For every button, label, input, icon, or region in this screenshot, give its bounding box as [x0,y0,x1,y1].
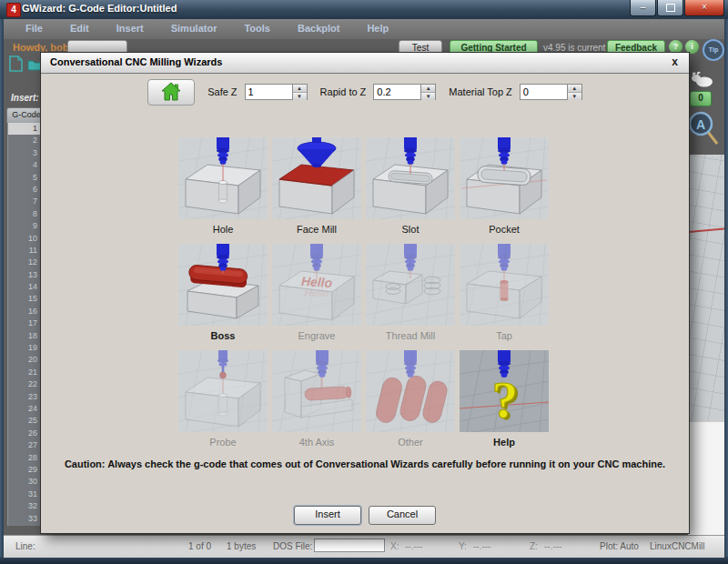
window-border-right [724,19,728,557]
menu-help[interactable]: Help [367,19,389,34]
x-value: --.--- [405,541,422,551]
z-parameters-row: Safe Z▲▼Rapid to Z▲▼Material Top Z▲▼ [41,77,689,106]
param-label-1: Rapid to Z [320,86,367,97]
home-button[interactable] [147,79,195,106]
maximize-button[interactable] [657,0,683,16]
y-label: Y: [459,541,467,551]
zoom-magnifier-icon[interactable]: A [686,110,719,150]
feeds-speeds-rabbit-icon[interactable] [690,69,715,91]
other-thumbnail-icon [366,350,455,432]
line-number: 15 [8,293,41,305]
wizard-tile-help[interactable]: ? ?Help [460,350,549,454]
window-border-bottom [0,557,728,564]
line-number: 11 [8,245,41,257]
menu-bar: FileEditInsertSimulatorToolsBackplotHelp [4,19,724,40]
line-number-gutter: 1234567891011121314151617181920212223242… [7,123,41,526]
spinner-up-icon[interactable]: ▲ [568,85,581,93]
menu-tools[interactable]: Tools [244,19,270,34]
spinner-down-icon[interactable]: ▼ [421,93,435,100]
wizard-tile-slot[interactable]: Slot [366,137,455,241]
wizard-tile-fourthaxis: 4th Axis [272,350,361,454]
param-input-2[interactable] [520,84,567,100]
wizard-tile-probe: Probe [178,350,268,454]
line-label: Line: [15,541,35,551]
info-panel [688,421,724,536]
line-number: 18 [8,330,41,342]
line-number: 2 [8,135,41,146]
line-number: 25 [8,415,41,427]
maximize-icon [666,4,675,12]
spinner-up-icon[interactable]: ▲ [421,85,435,93]
line-number: 32 [8,500,41,512]
slot-thumbnail-icon[interactable] [366,137,455,219]
line-number: 29 [8,464,41,476]
spinner-up-icon[interactable]: ▲ [293,85,307,93]
spinner-down-icon[interactable]: ▼ [568,93,581,100]
wizard-tile-label: Probe [178,432,268,454]
facemill-thumbnail-icon[interactable] [272,137,361,219]
line-number: 27 [8,439,41,451]
line-number: 6 [8,184,41,196]
close-button[interactable]: × [684,0,724,16]
wizard-tile-other: Other [366,350,455,454]
menu-insert[interactable]: Insert [116,19,144,34]
caution-text: Caution: Always check the g-code that co… [41,458,689,469]
home-icon [159,82,183,102]
line-number: 12 [8,257,41,268]
line-number: 14 [8,281,41,293]
line-number: 33 [8,513,41,525]
param-input-0[interactable] [245,84,292,100]
wizard-tile-label: Slot [366,219,455,241]
tip-icon[interactable]: Tip [703,39,724,61]
wizard-tile-pocket[interactable]: Pocket [460,137,549,241]
hole-thumbnail-icon[interactable] [178,137,268,219]
menu-simulator[interactable]: Simulator [171,19,217,34]
dialog-title-bar[interactable]: Conversational CNC Milling Wizards x [41,53,689,74]
wizard-tile-grid: Hole Face Mill Slot Pocket Boss [178,137,549,454]
menu-file[interactable]: File [25,19,43,34]
param-label-0: Safe Z [207,86,237,97]
probe-thumbnail-icon [178,350,268,432]
wizard-tile-facemill[interactable]: Face Mill [272,137,361,241]
pocket-thumbnail-icon[interactable] [460,137,549,219]
line-number: 21 [8,367,41,378]
param-label-2: Material Top Z [449,86,512,97]
line-number: 8 [8,208,41,220]
plot-mode: Plot: Auto [600,541,639,551]
spinner-down-icon[interactable]: ▼ [293,93,307,100]
menu-edit[interactable]: Edit [70,19,89,34]
dialog-close-icon[interactable]: x [668,55,682,69]
wizard-tile-label: Thread Mill [366,326,455,347]
wizard-tile-tap: Tap [460,244,549,347]
line-number: 17 [8,317,41,329]
tap-thumbnail-icon [460,244,549,326]
line-number: 24 [8,403,41,415]
line-number: 7 [8,196,41,207]
line-number: 23 [8,391,41,403]
wizard-tile-label: Tap [460,326,549,347]
wizard-tile-hole[interactable]: Hole [178,137,268,241]
cancel-button[interactable]: Cancel [369,506,436,525]
dos-file-input[interactable] [314,539,385,552]
backplot-viewport[interactable] [688,155,724,421]
status-bar: Line: 1 of 0 1 bytes DOS File: X: --.---… [4,535,724,558]
line-number: 26 [8,428,41,439]
insert-button[interactable]: Insert [294,506,361,525]
boss-thumbnail-icon[interactable] [178,244,268,326]
minimize-button[interactable]: – [630,0,656,16]
title-bar[interactable]: 4 GWizard: G-Code Editor:Untitled – × [0,0,728,19]
line-number: 31 [8,488,41,500]
wizard-tile-threadmill: Thread Mill [366,244,455,347]
param-input-1[interactable] [373,84,420,100]
line-number: 22 [8,378,41,390]
wizard-tile-label: Engrave [272,326,361,347]
menu-backplot[interactable]: Backplot [298,19,339,34]
x-label: X: [390,541,399,551]
new-file-icon[interactable] [9,55,23,76]
help-thumbnail-icon[interactable]: ? ? [460,350,549,432]
line-number: 9 [8,220,41,232]
line-number: 16 [8,306,41,317]
wizard-tile-boss[interactable]: Boss [178,244,268,347]
machine-name: LinuxCNCMill [650,541,705,551]
wizard-tile-label: Pocket [460,219,549,241]
